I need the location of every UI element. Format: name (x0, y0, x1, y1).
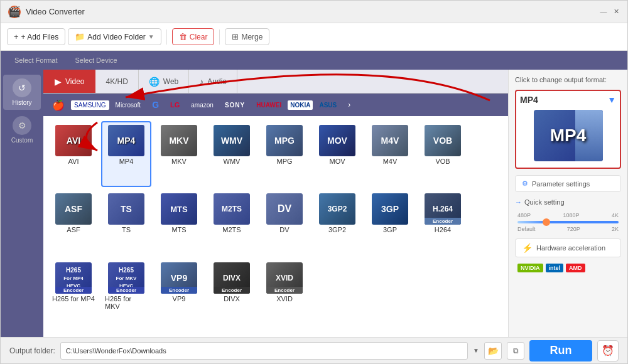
hardware-acceleration-button[interactable]: ⚡ Hardware acceleration (515, 238, 621, 257)
format-vp9-label: VP9 (173, 295, 186, 302)
brand-huawei[interactable]: HUAWEI (251, 99, 286, 111)
tab-select-format[interactable]: Select Format (6, 54, 66, 67)
parameter-settings-button[interactable]: ⚙ Parameter settings (515, 175, 621, 192)
amd-badge: AMD (566, 264, 585, 272)
toolbar-divider (166, 29, 167, 45)
run-button[interactable]: Run (529, 340, 592, 361)
format-h265mkv-label: H265 for MKV (105, 295, 148, 310)
quick-setting-label: → Quick setting (515, 198, 621, 206)
format-asf[interactable]: ASF ASF (48, 190, 99, 255)
plus-icon: + (14, 32, 19, 41)
format-3gp2[interactable]: 3GP2 3GP2 (312, 190, 362, 255)
toolbar-divider-2 (219, 29, 220, 45)
format-mkv[interactable]: MKV MKV (154, 121, 204, 187)
format-m2ts[interactable]: M2TS M2TS (207, 190, 257, 255)
quality-slider-thumb[interactable] (543, 218, 550, 226)
format-wmv-label: WMV (224, 158, 241, 165)
format-xvid[interactable]: XVID Encoder XVID (259, 259, 310, 332)
format-mp4[interactable]: MP4 MP4 (101, 121, 151, 187)
clear-icon: 🗑 (179, 32, 187, 41)
category-tabs: ▶ Video 4K/HD 🌐 Web ♪ Audio (43, 70, 508, 94)
format-3gp-label: 3GP (383, 226, 397, 233)
brand-apple[interactable]: 🍎 (47, 97, 70, 114)
format-ts[interactable]: TS TS (101, 190, 151, 255)
format-grid: AVI AVI MP4 MP4 MKV MKV (43, 116, 508, 337)
hw-icon: ⚡ (522, 243, 533, 253)
app-window: 🎬 Video Converter — ✕ + + Add Files 📁 Ad… (0, 0, 628, 364)
brand-amazon[interactable]: amazon (186, 99, 219, 111)
add-files-button[interactable]: + + Add Files (7, 28, 65, 45)
brand-google[interactable]: G (147, 97, 164, 112)
format-mpg[interactable]: MPG MPG (259, 121, 310, 187)
quality-slider[interactable] (517, 221, 619, 223)
merge-button[interactable]: ⊞ Merge (225, 28, 269, 45)
right-panel: Click to change output format: MP4 ▼ MP4 (508, 70, 627, 337)
cat-tab-audio[interactable]: ♪ Audio (189, 70, 237, 93)
format-h265-mkv[interactable]: H265For MKVHEVC Encoder H265 for MKV (101, 259, 151, 332)
brand-nokia[interactable]: NOKIA (288, 100, 313, 110)
format-mp4-label: MP4 (119, 158, 134, 165)
history-nav-item[interactable]: ↺ History (3, 75, 41, 110)
custom-label: Custom (11, 137, 33, 144)
quality-slider-container: 480P 1080P 4K Default 720P 2K (515, 212, 621, 232)
path-dropdown-icon: ▼ (473, 347, 479, 354)
minimize-button[interactable]: — (600, 8, 607, 16)
change-format-title: Click to change output format: (515, 76, 621, 83)
format-3gp[interactable]: 3GP 3GP (365, 190, 415, 255)
format-divx[interactable]: DIVX Encoder DIVX (207, 259, 257, 332)
nvidia-badge: NVIDIA (517, 264, 543, 272)
cat-hd-label: 4K/HD (106, 77, 127, 86)
brand-asus[interactable]: ASUS (314, 99, 342, 111)
folder-open-icon: 📂 (488, 346, 499, 356)
format-avi[interactable]: AVI AVI (48, 121, 99, 187)
format-xvid-label: XVID (276, 295, 293, 302)
web-icon: 🌐 (149, 77, 160, 87)
format-m4v[interactable]: M4V M4V (365, 121, 415, 187)
content-area: ↺ History ⚙ Custom ▶ Video 4K/HD 🌐 (1, 70, 627, 337)
format-mov-label: MOV (329, 158, 345, 165)
format-mov[interactable]: MOV MOV (312, 121, 362, 187)
format-avi-label: AVI (68, 158, 79, 165)
add-folder-button[interactable]: 📁 Add Video Folder ▼ (68, 28, 161, 45)
output-path-input[interactable] (60, 342, 468, 360)
brand-microsoft[interactable]: Microsoft (111, 99, 146, 111)
tab-bar: Select Format Select Device (1, 51, 627, 70)
format-mts[interactable]: MTS MTS (154, 190, 204, 255)
format-vp9[interactable]: VP9 Encoder VP9 (154, 259, 204, 332)
cat-audio-label: Audio (207, 77, 227, 86)
cat-tab-hd[interactable]: 4K/HD (95, 70, 138, 93)
format-h265mp4-label: H265 for MP4 (52, 295, 95, 302)
cat-tab-video[interactable]: ▶ Video (43, 70, 95, 93)
bottom-bar: Output folder: ▼ 📂 ⧉ Run ⏰ (1, 337, 627, 363)
format-wmv[interactable]: WMV WMV (207, 121, 257, 187)
output-format-box[interactable]: MP4 ▼ MP4 (515, 90, 621, 169)
browse-folder-button[interactable]: 📂 (484, 342, 502, 360)
brand-lg[interactable]: LG (165, 99, 185, 111)
brand-sony[interactable]: SONY (220, 99, 250, 111)
format-m4v-label: M4V (383, 158, 398, 165)
format-asf-label: ASF (67, 226, 80, 233)
close-button[interactable]: ✕ (612, 8, 620, 16)
tab-select-device[interactable]: Select Device (66, 54, 126, 67)
output-format-selector[interactable]: MP4 ▼ (520, 95, 616, 105)
video-icon: ▶ (55, 77, 62, 87)
brand-more[interactable]: › (343, 98, 355, 112)
app-icon: 🎬 (8, 6, 21, 18)
alarm-button[interactable]: ⏰ (597, 340, 619, 361)
clear-button[interactable]: 🗑 Clear (172, 28, 215, 45)
window-controls: — ✕ (600, 8, 620, 16)
format-dv[interactable]: DV DV (259, 190, 310, 255)
clear-label: Clear (190, 33, 208, 41)
format-h265-mp4[interactable]: H265For MP4HEVC Encoder H265 for MP4 (48, 259, 99, 332)
format-h264[interactable]: H.264 Encoder H264 (418, 190, 468, 255)
output-format-name: MP4 (520, 95, 605, 105)
add-folder-label: Add Video Folder (87, 33, 146, 41)
copy-path-button[interactable]: ⧉ (507, 342, 524, 360)
history-label: History (12, 99, 31, 106)
custom-nav-item[interactable]: ⚙ Custom (3, 112, 41, 147)
run-label: Run (550, 344, 572, 356)
cat-tab-web[interactable]: 🌐 Web (139, 70, 189, 93)
copy-icon: ⧉ (513, 346, 519, 355)
brand-samsung[interactable]: SAMSUNG (71, 100, 109, 110)
format-vob[interactable]: VOB VOB (418, 121, 468, 187)
